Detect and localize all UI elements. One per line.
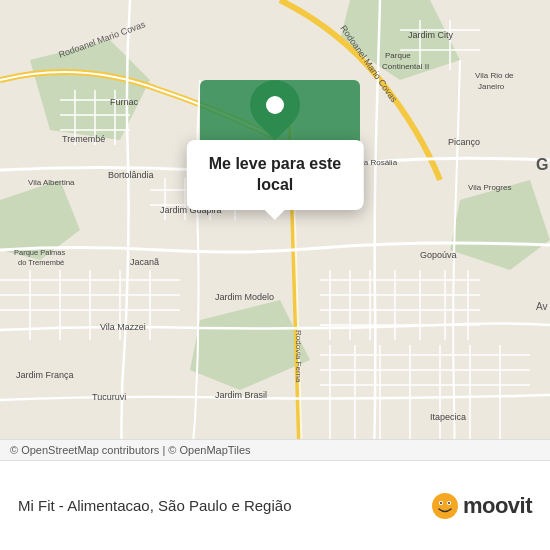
map-pin [250, 80, 300, 130]
map-container[interactable]: Rodoanel Mario Covas Rodoanel Mario Cova… [0, 0, 550, 460]
map-attribution: © OpenStreetMap contributors | © OpenMap… [0, 439, 550, 460]
svg-text:Vila Rio de: Vila Rio de [475, 71, 514, 80]
svg-text:do Tremembé: do Tremembé [18, 258, 64, 267]
svg-text:G: G [536, 156, 548, 173]
svg-text:Itapecica: Itapecica [430, 412, 466, 422]
app: Rodoanel Mario Covas Rodoanel Mario Cova… [0, 0, 550, 550]
svg-text:Tucuruvi: Tucuruvi [92, 392, 126, 402]
place-name: Mi Fit - Alimentacao, São Paulo e Região [18, 497, 291, 514]
svg-text:Continental II: Continental II [382, 62, 429, 71]
svg-point-40 [448, 502, 450, 504]
svg-text:Av: Av [536, 301, 548, 312]
svg-text:Tremembé: Tremembé [62, 134, 105, 144]
svg-text:Gopoúva: Gopoúva [420, 250, 457, 260]
svg-text:Bortolândia: Bortolândia [108, 170, 154, 180]
moovit-logo: moovit [431, 492, 532, 520]
svg-text:Jardim City: Jardim City [408, 30, 454, 40]
svg-text:Vila Mazzei: Vila Mazzei [100, 322, 146, 332]
svg-text:Furnac: Furnac [110, 97, 139, 107]
popup-text: Me leve para este local [209, 154, 342, 196]
svg-text:Jardim Brasil: Jardim Brasil [215, 390, 267, 400]
bottom-bar: Mi Fit - Alimentacao, São Paulo e Região… [0, 460, 550, 550]
svg-text:Jacanã: Jacanã [130, 257, 159, 267]
svg-text:Parque Palmas: Parque Palmas [14, 248, 66, 257]
svg-point-39 [440, 502, 442, 504]
svg-text:Picanço: Picanço [448, 137, 480, 147]
svg-text:Janeiro: Janeiro [478, 82, 505, 91]
svg-text:Rodovia Ferna: Rodovia Ferna [294, 330, 303, 383]
moovit-face-icon [431, 492, 459, 520]
svg-point-36 [432, 493, 458, 519]
popup-callout[interactable]: Me leve para este local [187, 140, 364, 210]
moovit-brand-text: moovit [463, 493, 532, 519]
svg-text:Vila Progres: Vila Progres [468, 183, 511, 192]
svg-text:Parque: Parque [385, 51, 411, 60]
svg-text:Jardim Modelo: Jardim Modelo [215, 292, 274, 302]
svg-text:Jardim França: Jardim França [16, 370, 74, 380]
svg-text:Vila Albertina: Vila Albertina [28, 178, 75, 187]
